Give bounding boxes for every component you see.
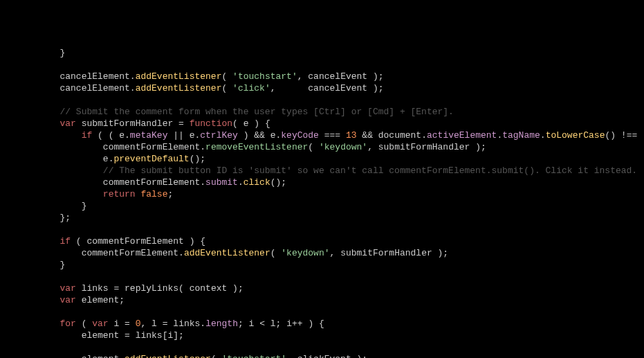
code-token: . [130, 83, 136, 93]
code-token: [i]; [163, 330, 184, 341]
code-token: addEventListener [125, 354, 211, 358]
code-line[interactable]: // The submit button ID is 'submit' so w… [17, 165, 644, 177]
code-token: var [59, 283, 81, 294]
code-line[interactable]: element = links[i]; [17, 330, 644, 341]
code-token: 'touchstart' [232, 71, 297, 82]
code-token: ( [270, 248, 282, 258]
code-token: if [82, 130, 98, 141]
code-token: . [200, 177, 205, 188]
code-token: element [82, 354, 120, 358]
code-line[interactable] [17, 271, 644, 283]
code-token: links [173, 319, 200, 329]
code-token: addEventListener [136, 71, 222, 82]
code-line[interactable]: if ( ( e.metaKey || e.ctrlKey ) && e.key… [17, 129, 644, 141]
code-token: = [125, 319, 136, 329]
code-line[interactable]: } [17, 200, 644, 212]
code-token: cancelElement [59, 83, 129, 93]
code-token: // Submit the comment form when the user… [59, 107, 454, 117]
code-line[interactable]: commentFormElement.addEventListener( 'ke… [17, 247, 644, 259]
code-line[interactable]: for ( var i = 0, l = links.length; i < l… [17, 318, 644, 330]
code-token: commentFormElement [82, 248, 178, 258]
code-token: . [178, 248, 184, 258]
code-token: tagName [502, 130, 540, 141]
code-line[interactable]: var element; [17, 294, 644, 306]
code-line[interactable] [17, 224, 644, 235]
code-token: activeElement [427, 130, 497, 141]
code-line[interactable] [17, 306, 644, 318]
code-token: = [113, 283, 125, 294]
code-token: && [357, 130, 378, 141]
code-line[interactable] [17, 341, 644, 353]
code-token: , clickEvent ); [286, 354, 367, 358]
code-token: ) && e. [238, 130, 281, 141]
code-token: = [125, 330, 136, 341]
code-token: = [163, 319, 174, 329]
code-token: submit [205, 177, 238, 188]
code-token: = [178, 118, 190, 129]
code-token: , cancelEvent ); [270, 83, 384, 93]
code-token: preventDefault [113, 154, 189, 164]
code-token: ( context ); [178, 283, 243, 294]
code-token: element [82, 295, 120, 305]
code-token: . [200, 319, 205, 329]
code-line[interactable]: var submitFormHandler = function( e ) { [17, 118, 644, 129]
code-line[interactable]: commentFormElement.removeEventListener( … [17, 141, 644, 153]
code-token: commentFormElement [103, 142, 200, 152]
code-token: false [140, 189, 167, 199]
code-token: links [136, 330, 163, 341]
code-token: click [243, 177, 270, 188]
code-token: ( commentFormElement ) { [76, 236, 205, 247]
code-token: ( ( e. [98, 130, 130, 141]
code-line[interactable] [17, 94, 644, 106]
code-line[interactable]: }; [17, 212, 644, 224]
code-token: links [82, 283, 114, 294]
code-token: ( [221, 83, 232, 93]
code-token: 13 [346, 130, 357, 141]
code-line[interactable]: } [17, 259, 644, 271]
code-token: . [238, 177, 243, 188]
code-line[interactable]: if ( commentFormElement ) { [17, 235, 644, 247]
code-line[interactable] [17, 59, 644, 71]
code-line[interactable]: cancelElement.addEventListener( 'touchst… [17, 71, 644, 82]
code-token: , submitFormHandler ); [330, 248, 449, 258]
code-token: var [59, 118, 81, 129]
code-token: || e. [167, 130, 200, 141]
code-token: ( e ) { [232, 118, 270, 129]
code-line[interactable]: commentFormElement.submit.click(); [17, 177, 644, 188]
code-token: , l [141, 319, 163, 329]
code-token: ( [211, 354, 222, 358]
code-token: return [103, 189, 141, 199]
code-token: commentFormElement [103, 177, 200, 188]
code-line[interactable]: return false; [17, 188, 644, 200]
code-token: element [82, 330, 125, 341]
code-token: ctrlKey [200, 130, 238, 141]
code-line[interactable]: // Submit the comment form when the user… [17, 106, 644, 118]
code-token: var [59, 295, 81, 305]
code-token: keyCode [281, 130, 319, 141]
code-token: if [59, 236, 75, 247]
code-token: . [130, 71, 136, 82]
code-line[interactable]: e.preventDefault(); [17, 153, 644, 165]
code-token: ; [119, 295, 125, 305]
code-line[interactable]: element.addEventListener( 'touchstart', … [17, 353, 644, 358]
code-line[interactable]: cancelElement.addEventListener( 'click',… [17, 82, 644, 94]
code-token: var [92, 319, 113, 329]
code-line[interactable]: } [17, 47, 644, 59]
code-token: . [540, 130, 546, 141]
code-token: 0 [136, 319, 141, 329]
code-token: metaKey [130, 130, 168, 141]
code-token: e [103, 154, 109, 164]
code-token: === [319, 130, 346, 141]
code-token: 'touchstart' [221, 354, 286, 358]
code-line[interactable]: var links = replyLinks( context ); [17, 283, 644, 294]
code-token: for [59, 319, 81, 329]
code-token: replyLinks [125, 283, 178, 294]
code-token: } [59, 48, 65, 58]
code-token: addEventListener [184, 248, 270, 258]
code-token: toLowerCase [546, 130, 605, 141]
code-token: length [205, 319, 238, 329]
code-token: } [82, 201, 87, 211]
code-token: 'click' [232, 83, 270, 93]
code-token: , submitFormHandler ); [367, 142, 486, 152]
code-editor[interactable]: } cancelElement.addEventListener( 'touch… [0, 47, 644, 358]
